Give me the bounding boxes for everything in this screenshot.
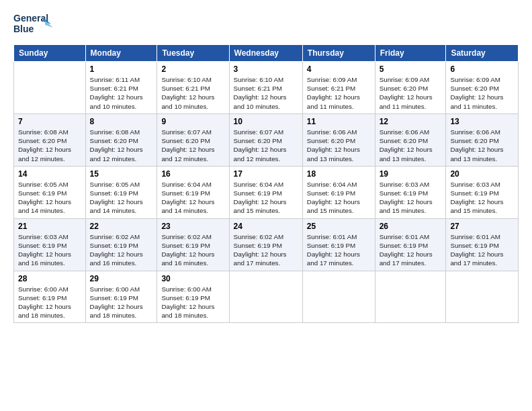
day-number: 13 bbox=[450, 117, 514, 126]
day-info: Sunrise: 6:00 AMSunset: 6:19 PMDaylight:… bbox=[161, 285, 224, 320]
day-number: 21 bbox=[18, 222, 81, 231]
day-info: Sunrise: 6:04 AMSunset: 6:19 PMDaylight:… bbox=[161, 180, 224, 216]
day-cell: 25Sunrise: 6:01 AMSunset: 6:19 PMDayligh… bbox=[302, 218, 375, 271]
day-cell: 13Sunrise: 6:06 AMSunset: 6:20 PMDayligh… bbox=[446, 113, 519, 166]
day-cell: 15Sunrise: 6:05 AMSunset: 6:19 PMDayligh… bbox=[85, 166, 157, 218]
day-number: 22 bbox=[90, 222, 153, 231]
day-cell: 16Sunrise: 6:04 AMSunset: 6:19 PMDayligh… bbox=[157, 166, 229, 218]
day-cell: 29Sunrise: 6:00 AMSunset: 6:19 PMDayligh… bbox=[85, 271, 157, 323]
day-cell: 7Sunrise: 6:08 AMSunset: 6:20 PMDaylight… bbox=[14, 113, 86, 166]
day-info: Sunrise: 6:07 AMSunset: 6:20 PMDaylight:… bbox=[234, 128, 298, 163]
day-number: 10 bbox=[234, 117, 298, 126]
day-info: Sunrise: 6:05 AMSunset: 6:19 PMDaylight:… bbox=[90, 180, 153, 216]
day-number: 3 bbox=[234, 64, 298, 74]
day-cell: 20Sunrise: 6:03 AMSunset: 6:19 PMDayligh… bbox=[446, 166, 519, 218]
svg-text:Blue: Blue bbox=[13, 24, 34, 34]
day-cell: 11Sunrise: 6:06 AMSunset: 6:20 PMDayligh… bbox=[302, 113, 375, 166]
day-cell: 14Sunrise: 6:05 AMSunset: 6:19 PMDayligh… bbox=[14, 166, 86, 218]
day-number: 27 bbox=[450, 222, 514, 231]
day-info: Sunrise: 6:04 AMSunset: 6:19 PMDaylight:… bbox=[307, 180, 371, 216]
logo: GeneralBlue bbox=[13, 11, 54, 36]
day-number: 9 bbox=[161, 117, 224, 126]
header: GeneralBlue bbox=[13, 11, 519, 36]
day-cell: 24Sunrise: 6:02 AMSunset: 6:19 PMDayligh… bbox=[229, 218, 302, 271]
day-info: Sunrise: 6:01 AMSunset: 6:19 PMDaylight:… bbox=[307, 232, 371, 268]
week-row-4: 21Sunrise: 6:03 AMSunset: 6:19 PMDayligh… bbox=[14, 218, 519, 271]
calendar-table: SundayMondayTuesdayWednesdayThursdayFrid… bbox=[13, 44, 519, 323]
day-info: Sunrise: 6:10 AMSunset: 6:21 PMDaylight:… bbox=[234, 75, 298, 111]
day-cell: 5Sunrise: 6:09 AMSunset: 6:20 PMDaylight… bbox=[375, 62, 446, 114]
day-number: 30 bbox=[161, 274, 224, 283]
weekday-header-sunday: Sunday bbox=[14, 45, 86, 62]
day-number: 15 bbox=[90, 169, 153, 179]
day-info: Sunrise: 6:06 AMSunset: 6:20 PMDaylight:… bbox=[450, 128, 514, 163]
day-cell: 8Sunrise: 6:08 AMSunset: 6:20 PMDaylight… bbox=[85, 113, 157, 166]
day-number: 2 bbox=[161, 64, 224, 74]
day-cell: 2Sunrise: 6:10 AMSunset: 6:21 PMDaylight… bbox=[157, 62, 229, 114]
day-cell: 21Sunrise: 6:03 AMSunset: 6:19 PMDayligh… bbox=[14, 218, 86, 271]
page: GeneralBlue SundayMondayTuesdayWednesday… bbox=[0, 0, 532, 411]
day-number: 20 bbox=[450, 169, 514, 179]
week-row-3: 14Sunrise: 6:05 AMSunset: 6:19 PMDayligh… bbox=[14, 166, 519, 218]
day-cell: 4Sunrise: 6:09 AMSunset: 6:21 PMDaylight… bbox=[302, 62, 375, 114]
day-number: 26 bbox=[380, 222, 442, 231]
week-row-1: 1Sunrise: 6:11 AMSunset: 6:21 PMDaylight… bbox=[14, 62, 519, 114]
weekday-header-row: SundayMondayTuesdayWednesdayThursdayFrid… bbox=[14, 45, 519, 62]
day-info: Sunrise: 6:10 AMSunset: 6:21 PMDaylight:… bbox=[161, 75, 224, 111]
day-cell: 18Sunrise: 6:04 AMSunset: 6:19 PMDayligh… bbox=[302, 166, 375, 218]
day-info: Sunrise: 6:00 AMSunset: 6:19 PMDaylight:… bbox=[18, 285, 81, 320]
day-number: 28 bbox=[18, 274, 81, 283]
day-number: 23 bbox=[161, 222, 224, 231]
day-cell: 22Sunrise: 6:02 AMSunset: 6:19 PMDayligh… bbox=[85, 218, 157, 271]
day-info: Sunrise: 6:00 AMSunset: 6:19 PMDaylight:… bbox=[90, 285, 153, 320]
weekday-header-monday: Monday bbox=[85, 45, 157, 62]
day-number: 4 bbox=[307, 64, 371, 74]
day-cell bbox=[375, 271, 446, 323]
day-cell: 9Sunrise: 6:07 AMSunset: 6:20 PMDaylight… bbox=[157, 113, 229, 166]
day-cell bbox=[229, 271, 302, 323]
day-number: 19 bbox=[380, 169, 442, 179]
day-info: Sunrise: 6:03 AMSunset: 6:19 PMDaylight:… bbox=[380, 180, 442, 216]
day-cell: 12Sunrise: 6:06 AMSunset: 6:20 PMDayligh… bbox=[375, 113, 446, 166]
day-info: Sunrise: 6:08 AMSunset: 6:20 PMDaylight:… bbox=[90, 128, 153, 163]
weekday-header-friday: Friday bbox=[375, 45, 446, 62]
day-info: Sunrise: 6:03 AMSunset: 6:19 PMDaylight:… bbox=[450, 180, 514, 216]
day-cell: 23Sunrise: 6:02 AMSunset: 6:19 PMDayligh… bbox=[157, 218, 229, 271]
weekday-header-tuesday: Tuesday bbox=[157, 45, 229, 62]
day-number: 16 bbox=[161, 169, 224, 179]
day-number: 7 bbox=[18, 117, 81, 126]
weekday-header-wednesday: Wednesday bbox=[229, 45, 302, 62]
day-cell: 28Sunrise: 6:00 AMSunset: 6:19 PMDayligh… bbox=[14, 271, 86, 323]
day-number: 14 bbox=[18, 169, 81, 179]
day-info: Sunrise: 6:07 AMSunset: 6:20 PMDaylight:… bbox=[161, 128, 224, 163]
day-info: Sunrise: 6:02 AMSunset: 6:19 PMDaylight:… bbox=[90, 232, 153, 268]
day-info: Sunrise: 6:02 AMSunset: 6:19 PMDaylight:… bbox=[234, 232, 298, 268]
weekday-header-thursday: Thursday bbox=[302, 45, 375, 62]
day-info: Sunrise: 6:09 AMSunset: 6:21 PMDaylight:… bbox=[307, 75, 371, 111]
weekday-header-saturday: Saturday bbox=[446, 45, 519, 62]
day-info: Sunrise: 6:09 AMSunset: 6:20 PMDaylight:… bbox=[380, 75, 442, 111]
day-info: Sunrise: 6:02 AMSunset: 6:19 PMDaylight:… bbox=[161, 232, 224, 268]
day-number: 18 bbox=[307, 169, 371, 179]
week-row-2: 7Sunrise: 6:08 AMSunset: 6:20 PMDaylight… bbox=[14, 113, 519, 166]
day-info: Sunrise: 6:05 AMSunset: 6:19 PMDaylight:… bbox=[18, 180, 81, 216]
day-cell bbox=[446, 271, 519, 323]
day-number: 25 bbox=[307, 222, 371, 231]
day-cell: 19Sunrise: 6:03 AMSunset: 6:19 PMDayligh… bbox=[375, 166, 446, 218]
day-info: Sunrise: 6:01 AMSunset: 6:19 PMDaylight:… bbox=[380, 232, 442, 268]
day-info: Sunrise: 6:06 AMSunset: 6:20 PMDaylight:… bbox=[307, 128, 371, 163]
day-number: 6 bbox=[450, 64, 514, 74]
day-number: 5 bbox=[380, 64, 442, 74]
day-info: Sunrise: 6:04 AMSunset: 6:19 PMDaylight:… bbox=[234, 180, 298, 216]
day-cell: 10Sunrise: 6:07 AMSunset: 6:20 PMDayligh… bbox=[229, 113, 302, 166]
day-cell bbox=[14, 62, 86, 114]
day-info: Sunrise: 6:06 AMSunset: 6:20 PMDaylight:… bbox=[380, 128, 442, 163]
day-number: 24 bbox=[234, 222, 298, 231]
day-cell: 3Sunrise: 6:10 AMSunset: 6:21 PMDaylight… bbox=[229, 62, 302, 114]
day-cell: 1Sunrise: 6:11 AMSunset: 6:21 PMDaylight… bbox=[85, 62, 157, 114]
day-number: 11 bbox=[307, 117, 371, 126]
day-cell: 17Sunrise: 6:04 AMSunset: 6:19 PMDayligh… bbox=[229, 166, 302, 218]
day-cell: 6Sunrise: 6:09 AMSunset: 6:20 PMDaylight… bbox=[446, 62, 519, 114]
logo-svg: GeneralBlue bbox=[13, 11, 54, 36]
day-number: 29 bbox=[90, 274, 153, 283]
